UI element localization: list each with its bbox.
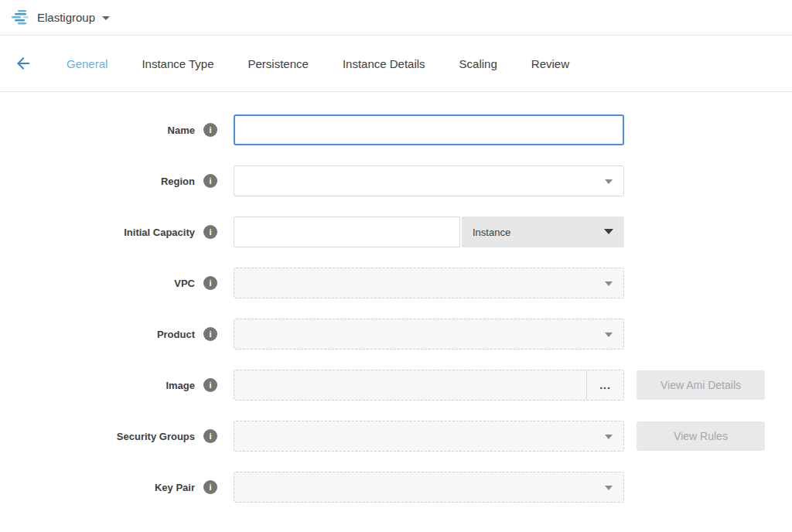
product-label: Product [157,329,195,340]
info-icon[interactable]: i [203,174,217,188]
browse-image-button: ... [586,370,623,400]
tab-scaling[interactable]: Scaling [459,57,497,70]
back-button[interactable] [14,54,32,73]
capacity-unit-select[interactable]: Instance [462,217,624,247]
vpc-select [234,268,624,298]
initial-capacity-input[interactable] [234,217,460,247]
tab-persistence[interactable]: Persistence [248,57,309,70]
info-icon[interactable]: i [203,480,217,494]
image-value [234,370,586,400]
security-groups-select [234,421,624,452]
name-label: Name [168,124,195,136]
image-field: ... [234,370,624,401]
security-groups-label: Security Groups [117,431,195,442]
brand-title: Elastigroup [37,11,95,24]
form-row-name: Name i [0,114,792,145]
tab-instance-type[interactable]: Instance Type [142,57,213,70]
chevron-down-icon [605,486,613,490]
chevron-down-icon [605,179,613,184]
initial-capacity-label: Initial Capacity [124,227,195,238]
tab-review[interactable]: Review [531,57,569,70]
image-label: Image [166,380,195,391]
tab-instance-details[interactable]: Instance Details [343,57,425,70]
form-row-vpc: VPC i [0,268,792,298]
info-icon[interactable]: i [203,327,217,341]
info-icon[interactable]: i [203,276,217,290]
info-icon[interactable]: i [203,378,217,392]
capacity-unit-value: Instance [473,227,510,238]
chevron-down-icon [604,229,613,234]
info-icon[interactable]: i [203,429,217,443]
info-icon[interactable]: i [203,225,217,239]
form-row-region: Region i [0,165,792,196]
info-icon[interactable]: i [203,123,217,137]
chevron-down-icon [605,435,613,439]
wizard-tabs: General Instance Type Persistence Instan… [67,57,603,70]
form-row-key-pair: Key Pair i [0,472,792,503]
form-row-initial-capacity: Initial Capacity i Instance [0,217,792,247]
form-row-security-groups: Security Groups i View Rules [0,421,792,452]
view-ami-details-button: View Ami Details [637,370,765,400]
elastigroup-logo-icon [11,9,30,26]
chevron-down-icon [605,281,613,286]
form-row-image: Image i ... View Ami Details [0,370,792,401]
tab-general[interactable]: General [67,57,108,70]
key-pair-label: Key Pair [155,482,195,493]
general-settings-form: Name i Region i Initial Capacity i Insta… [0,92,792,503]
region-label: Region [161,176,195,187]
region-select[interactable] [234,165,624,196]
arrow-left-icon [14,54,32,73]
form-row-product: Product i [0,319,792,350]
name-input[interactable] [234,114,624,145]
chevron-down-icon [605,332,613,337]
vpc-label: VPC [174,278,195,289]
wizard-tab-bar: General Instance Type Persistence Instan… [0,36,792,92]
top-bar: Elastigroup [0,0,792,36]
chevron-down-icon [102,16,110,20]
product-select [234,319,624,350]
brand-menu[interactable]: Elastigroup [11,9,110,26]
key-pair-select [234,472,624,503]
view-rules-button: View Rules [637,421,765,451]
